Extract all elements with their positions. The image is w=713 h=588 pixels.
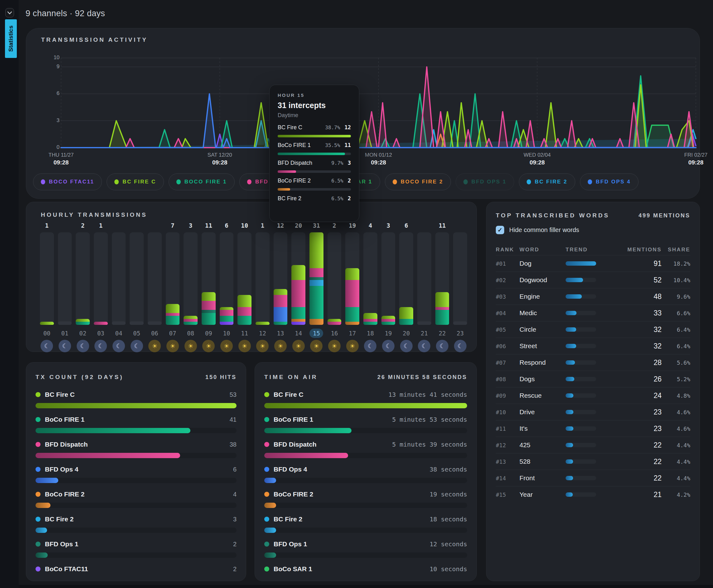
hour-bar-09[interactable] <box>202 232 216 325</box>
hour-bar-19[interactable] <box>382 232 395 325</box>
stacked-bar <box>256 322 269 325</box>
legend-chip-bc-fire-c[interactable]: BC FIRE C <box>106 173 164 190</box>
hour-bar-08[interactable] <box>184 232 198 325</box>
trend-cell <box>566 459 609 464</box>
bar-segment-lime <box>40 322 54 325</box>
channel-dot-icon <box>114 180 119 184</box>
progress-fill <box>36 528 47 533</box>
word-mentions: 22 <box>609 458 661 466</box>
hour-bar-03[interactable] <box>94 232 108 325</box>
hour-slot-00: 100☾ <box>40 222 54 352</box>
bar-segment-pink <box>382 319 395 322</box>
hour-label-20: 20 <box>400 329 413 338</box>
tx-count-total: 150 HITS <box>205 374 237 381</box>
word-mentions: 22 <box>609 474 661 482</box>
tooltip-row-boco-fire-1: BoCo FIRE 135.5%11 <box>278 142 351 155</box>
channel-dot-icon <box>264 492 269 497</box>
bar-segment-pink <box>238 307 251 316</box>
legend-chip-boco-fire-1[interactable]: BOCO FIRE 1 <box>168 173 235 190</box>
hour-bar-00[interactable] <box>40 232 54 325</box>
word-row-#05: #05Circle326.4% <box>496 321 690 338</box>
top-words-title: TOP TRANSCRIBED WORDS <box>496 212 610 219</box>
progress-track <box>264 453 467 458</box>
hour-bar-07[interactable] <box>166 232 180 325</box>
hide-filler-words-toggle[interactable]: ✓ Hide common filler words <box>496 226 579 234</box>
legend-chip-boco-fire-2[interactable]: BOCO FIRE 2 <box>385 173 451 190</box>
legend-chip-bfd-ops-1[interactable]: BFD OPS 1 <box>455 173 514 190</box>
hour-bar-20[interactable] <box>399 232 413 325</box>
progress-fill <box>264 403 467 408</box>
bar-segment-lime <box>220 307 234 310</box>
bar-segment-lime <box>382 316 395 319</box>
trend-fill <box>566 311 576 315</box>
collapse-button[interactable] <box>5 8 14 17</box>
hour-bar-17[interactable] <box>345 232 359 325</box>
hour-bar-06[interactable] <box>148 232 162 325</box>
bar-segment-pink <box>166 313 180 316</box>
hour-bar-13[interactable] <box>273 232 288 325</box>
hour-bar-01[interactable] <box>58 232 72 325</box>
hour-bar-15[interactable] <box>309 232 324 325</box>
bar-segment-darkteal <box>202 310 216 313</box>
progress-fill <box>36 428 190 433</box>
tooltip-channel-count: 12 <box>345 124 351 130</box>
word-share: 4.4% <box>661 442 690 448</box>
trend-fill <box>566 360 575 365</box>
bar-segment-darkteal <box>309 277 324 280</box>
time-on-air-total: 26 MINUTES 58 SECONDS <box>378 374 467 381</box>
hour-bar-18[interactable] <box>363 232 378 325</box>
stacked-bar <box>363 313 378 325</box>
tooltip-channel-percent: 35.5% <box>325 142 340 148</box>
trend-track <box>566 360 596 365</box>
hour-bar-10[interactable] <box>220 232 234 325</box>
word-row-#01: #01Dog9118.2% <box>496 255 690 272</box>
word-share: 4.8% <box>661 393 690 399</box>
tx-row-bc-fire-c: BC Fire C53 <box>36 389 237 414</box>
checkbox-checked-icon[interactable]: ✓ <box>496 226 504 234</box>
chevron-down-icon <box>7 12 12 14</box>
hour-value: 2 <box>332 222 336 230</box>
hour-value: 7 <box>171 222 174 230</box>
hour-value: 4 <box>369 222 372 230</box>
hour-value: 6 <box>225 222 228 230</box>
col-trend: TREND <box>566 247 609 253</box>
word-share: 5.6% <box>661 359 690 366</box>
tooltip-bar-fill <box>278 170 296 173</box>
hour-bar-23[interactable] <box>453 232 467 325</box>
hourly-transmissions-title: HOURLY TRANSMISSIONS <box>41 211 147 218</box>
legend-chip-bc-fire-2[interactable]: BC FIRE 2 <box>519 173 575 190</box>
word-mentions: 23 <box>609 424 661 433</box>
hour-bar-04[interactable] <box>112 232 126 325</box>
word-mentions: 32 <box>609 342 661 350</box>
bar-segment-teal <box>309 286 324 319</box>
word-rank: #01 <box>496 260 520 267</box>
word-row-#13: #13528224.4% <box>496 453 690 470</box>
trend-cell <box>566 426 609 431</box>
sun-icon: ☀ <box>166 340 179 352</box>
hour-bar-05[interactable] <box>130 232 144 325</box>
legend-chip-boco-ftac11[interactable]: BOCO FTAC11 <box>33 173 102 190</box>
word-row-#02: #02Dogwood5210.4% <box>496 272 690 288</box>
hour-bar-11[interactable] <box>238 232 251 325</box>
activity-line-chart[interactable]: 109630THU 11/2709:28SAT 12/2009:28MON 01… <box>61 58 696 148</box>
channel-dot-icon <box>36 392 41 397</box>
trend-track <box>566 377 596 381</box>
hour-bar-16[interactable] <box>327 232 342 325</box>
moon-icon: ☾ <box>400 340 413 352</box>
tooltip-bar-fill <box>278 188 290 191</box>
sun-icon: ☀ <box>238 340 251 352</box>
progress-track <box>36 428 237 433</box>
hour-bar-12[interactable] <box>256 232 269 325</box>
hour-value: 20 <box>295 222 302 230</box>
hour-bar-21[interactable] <box>417 232 431 325</box>
tab-statistics[interactable]: Statistics <box>5 19 17 58</box>
tooltip-channel-name: BoCo FIRE 2 <box>278 177 331 184</box>
hour-bar-22[interactable] <box>435 232 449 325</box>
legend-chip-bfd-ops-4[interactable]: BFD OPS 4 <box>580 173 638 190</box>
hour-bar-02[interactable] <box>76 232 90 325</box>
progress-fill <box>36 453 180 458</box>
hour-bar-14[interactable] <box>291 232 305 325</box>
word-rank: #12 <box>496 442 520 448</box>
hour-slot-17: 1917☀ <box>345 222 359 352</box>
words-table-body: #01Dog9118.2%#02Dogwood5210.4%#03Engine4… <box>496 255 690 503</box>
